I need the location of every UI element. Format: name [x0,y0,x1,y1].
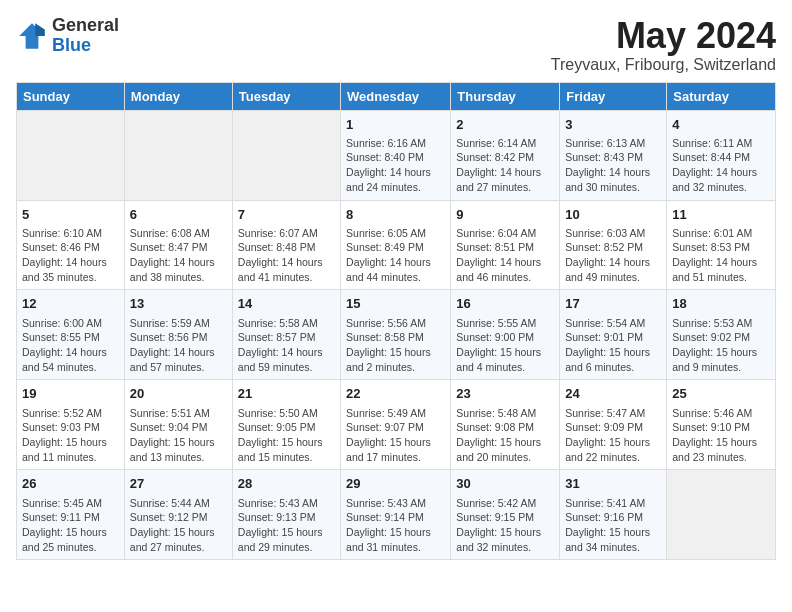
days-of-week-row: SundayMondayTuesdayWednesdayThursdayFrid… [17,82,776,110]
day-number: 9 [456,206,554,224]
calendar-body: 1Sunrise: 6:16 AM Sunset: 8:40 PM Daylig… [17,110,776,560]
day-header-monday: Monday [124,82,232,110]
day-info: Sunrise: 6:14 AM Sunset: 8:42 PM Dayligh… [456,136,554,195]
day-info: Sunrise: 5:49 AM Sunset: 9:07 PM Dayligh… [346,406,445,465]
calendar-cell: 31Sunrise: 5:41 AM Sunset: 9:16 PM Dayli… [560,470,667,560]
calendar-cell: 11Sunrise: 6:01 AM Sunset: 8:53 PM Dayli… [667,200,776,290]
day-info: Sunrise: 6:03 AM Sunset: 8:52 PM Dayligh… [565,226,661,285]
svg-marker-1 [35,23,45,36]
day-number: 16 [456,295,554,313]
day-info: Sunrise: 6:11 AM Sunset: 8:44 PM Dayligh… [672,136,770,195]
day-info: Sunrise: 6:08 AM Sunset: 8:47 PM Dayligh… [130,226,227,285]
day-number: 26 [22,475,119,493]
calendar-cell: 26Sunrise: 5:45 AM Sunset: 9:11 PM Dayli… [17,470,125,560]
logo: General Blue [16,16,119,56]
day-info: Sunrise: 5:56 AM Sunset: 8:58 PM Dayligh… [346,316,445,375]
title-block: May 2024 Treyvaux, Fribourg, Switzerland [551,16,776,74]
calendar-cell: 6Sunrise: 6:08 AM Sunset: 8:47 PM Daylig… [124,200,232,290]
calendar-cell: 4Sunrise: 6:11 AM Sunset: 8:44 PM Daylig… [667,110,776,200]
day-info: Sunrise: 5:51 AM Sunset: 9:04 PM Dayligh… [130,406,227,465]
day-header-thursday: Thursday [451,82,560,110]
logo-blue-text: Blue [52,35,91,55]
day-info: Sunrise: 5:59 AM Sunset: 8:56 PM Dayligh… [130,316,227,375]
calendar-cell: 23Sunrise: 5:48 AM Sunset: 9:08 PM Dayli… [451,380,560,470]
day-number: 23 [456,385,554,403]
calendar-cell: 18Sunrise: 5:53 AM Sunset: 9:02 PM Dayli… [667,290,776,380]
calendar-cell: 8Sunrise: 6:05 AM Sunset: 8:49 PM Daylig… [341,200,451,290]
calendar-cell: 29Sunrise: 5:43 AM Sunset: 9:14 PM Dayli… [341,470,451,560]
calendar-cell: 7Sunrise: 6:07 AM Sunset: 8:48 PM Daylig… [232,200,340,290]
day-number: 22 [346,385,445,403]
day-info: Sunrise: 6:07 AM Sunset: 8:48 PM Dayligh… [238,226,335,285]
day-header-saturday: Saturday [667,82,776,110]
day-info: Sunrise: 5:50 AM Sunset: 9:05 PM Dayligh… [238,406,335,465]
calendar-week-5: 26Sunrise: 5:45 AM Sunset: 9:11 PM Dayli… [17,470,776,560]
day-number: 28 [238,475,335,493]
calendar-cell: 27Sunrise: 5:44 AM Sunset: 9:12 PM Dayli… [124,470,232,560]
day-number: 29 [346,475,445,493]
day-info: Sunrise: 6:13 AM Sunset: 8:43 PM Dayligh… [565,136,661,195]
day-info: Sunrise: 6:16 AM Sunset: 8:40 PM Dayligh… [346,136,445,195]
day-info: Sunrise: 5:54 AM Sunset: 9:01 PM Dayligh… [565,316,661,375]
day-info: Sunrise: 6:05 AM Sunset: 8:49 PM Dayligh… [346,226,445,285]
day-info: Sunrise: 6:10 AM Sunset: 8:46 PM Dayligh… [22,226,119,285]
day-info: Sunrise: 5:43 AM Sunset: 9:13 PM Dayligh… [238,496,335,555]
day-number: 14 [238,295,335,313]
day-number: 27 [130,475,227,493]
calendar-cell [667,470,776,560]
calendar-cell: 30Sunrise: 5:42 AM Sunset: 9:15 PM Dayli… [451,470,560,560]
day-number: 20 [130,385,227,403]
logo-general-text: General [52,15,119,35]
day-info: Sunrise: 5:53 AM Sunset: 9:02 PM Dayligh… [672,316,770,375]
day-number: 7 [238,206,335,224]
calendar-cell: 15Sunrise: 5:56 AM Sunset: 8:58 PM Dayli… [341,290,451,380]
day-number: 6 [130,206,227,224]
day-info: Sunrise: 5:44 AM Sunset: 9:12 PM Dayligh… [130,496,227,555]
day-number: 19 [22,385,119,403]
logo-icon [16,20,48,52]
day-header-sunday: Sunday [17,82,125,110]
month-title: May 2024 [551,16,776,56]
calendar-cell: 13Sunrise: 5:59 AM Sunset: 8:56 PM Dayli… [124,290,232,380]
day-number: 30 [456,475,554,493]
day-header-friday: Friday [560,82,667,110]
day-number: 1 [346,116,445,134]
day-number: 4 [672,116,770,134]
day-info: Sunrise: 6:01 AM Sunset: 8:53 PM Dayligh… [672,226,770,285]
day-number: 13 [130,295,227,313]
calendar-cell: 28Sunrise: 5:43 AM Sunset: 9:13 PM Dayli… [232,470,340,560]
day-info: Sunrise: 5:43 AM Sunset: 9:14 PM Dayligh… [346,496,445,555]
day-info: Sunrise: 5:42 AM Sunset: 9:15 PM Dayligh… [456,496,554,555]
day-number: 5 [22,206,119,224]
page-header: General Blue May 2024 Treyvaux, Fribourg… [16,16,776,74]
calendar-cell: 2Sunrise: 6:14 AM Sunset: 8:42 PM Daylig… [451,110,560,200]
day-info: Sunrise: 5:47 AM Sunset: 9:09 PM Dayligh… [565,406,661,465]
calendar-cell: 19Sunrise: 5:52 AM Sunset: 9:03 PM Dayli… [17,380,125,470]
day-number: 24 [565,385,661,403]
day-number: 15 [346,295,445,313]
day-number: 25 [672,385,770,403]
day-number: 10 [565,206,661,224]
day-number: 12 [22,295,119,313]
day-number: 17 [565,295,661,313]
day-number: 31 [565,475,661,493]
calendar-week-1: 1Sunrise: 6:16 AM Sunset: 8:40 PM Daylig… [17,110,776,200]
day-number: 18 [672,295,770,313]
calendar-cell: 9Sunrise: 6:04 AM Sunset: 8:51 PM Daylig… [451,200,560,290]
day-header-wednesday: Wednesday [341,82,451,110]
calendar-cell: 10Sunrise: 6:03 AM Sunset: 8:52 PM Dayli… [560,200,667,290]
day-info: Sunrise: 5:41 AM Sunset: 9:16 PM Dayligh… [565,496,661,555]
calendar-cell [232,110,340,200]
calendar-cell: 20Sunrise: 5:51 AM Sunset: 9:04 PM Dayli… [124,380,232,470]
calendar-cell [124,110,232,200]
calendar-cell [17,110,125,200]
calendar-header: SundayMondayTuesdayWednesdayThursdayFrid… [17,82,776,110]
calendar-week-4: 19Sunrise: 5:52 AM Sunset: 9:03 PM Dayli… [17,380,776,470]
calendar-cell: 22Sunrise: 5:49 AM Sunset: 9:07 PM Dayli… [341,380,451,470]
calendar-cell: 1Sunrise: 6:16 AM Sunset: 8:40 PM Daylig… [341,110,451,200]
calendar-cell: 25Sunrise: 5:46 AM Sunset: 9:10 PM Dayli… [667,380,776,470]
day-info: Sunrise: 5:48 AM Sunset: 9:08 PM Dayligh… [456,406,554,465]
calendar-cell: 14Sunrise: 5:58 AM Sunset: 8:57 PM Dayli… [232,290,340,380]
day-info: Sunrise: 5:52 AM Sunset: 9:03 PM Dayligh… [22,406,119,465]
calendar-cell: 3Sunrise: 6:13 AM Sunset: 8:43 PM Daylig… [560,110,667,200]
